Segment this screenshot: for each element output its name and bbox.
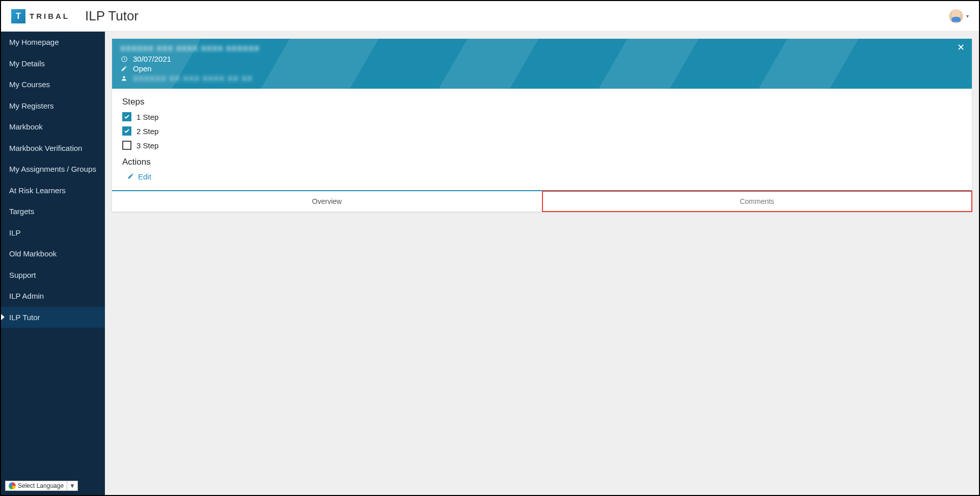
step-row: 1 Step [122, 112, 962, 121]
chevron-down-icon[interactable]: ▼ [67, 481, 77, 490]
page-title: ILP Tutor [85, 8, 139, 24]
record-date: 30/07/2021 [133, 55, 171, 63]
sidebar-item-markbook[interactable]: Markbook [1, 116, 105, 138]
person-icon [120, 75, 128, 82]
step-row: 3 Step [122, 141, 962, 150]
step-row: 2 Step [122, 126, 962, 136]
user-avatar[interactable] [949, 9, 963, 23]
record-status: Open [133, 64, 152, 73]
step-3-checkbox[interactable] [122, 141, 131, 150]
sidebar-item-support[interactable]: Support [1, 265, 105, 286]
actions-heading: Actions [122, 157, 962, 167]
sidebar-item-my-registers[interactable]: My Registers [1, 95, 105, 117]
step-label: 3 Step [137, 141, 158, 150]
brand-name: TRIBAL [30, 12, 70, 20]
step-label: 1 Step [137, 113, 158, 121]
google-translate-icon [9, 482, 16, 489]
record-header: ✕ XXXXXX XXX XXXX XXXX XXXXXX 30/07/2021… [112, 39, 972, 89]
pencil-icon [127, 173, 134, 181]
step-label: 2 Step [137, 127, 158, 136]
sidebar-item-at-risk-learners[interactable]: At Risk Learners [1, 180, 105, 201]
sidebar-item-ilp[interactable]: ILP [1, 222, 105, 244]
main-content: ✕ XXXXXX XXX XXXX XXXX XXXXXX 30/07/2021… [105, 32, 979, 495]
sidebar-item-old-markbook[interactable]: Old Markbook [1, 243, 105, 265]
pencil-icon [120, 65, 128, 72]
record-card: ✕ XXXXXX XXX XXXX XXXX XXXXXX 30/07/2021… [112, 39, 972, 212]
sidebar-item-markbook-verification[interactable]: Markbook Verification [1, 138, 105, 159]
sidebar: My Homepage My Details My Courses My Reg… [1, 32, 105, 495]
chevron-down-icon[interactable]: ▾ [966, 13, 969, 19]
tab-overview[interactable]: Overview [112, 191, 542, 212]
svg-point-1 [123, 76, 125, 78]
tab-comments[interactable]: Comments [542, 191, 972, 212]
step-2-checkbox[interactable] [122, 126, 131, 136]
sidebar-item-my-homepage[interactable]: My Homepage [1, 32, 105, 53]
sidebar-item-ilp-tutor[interactable]: ILP Tutor [1, 307, 105, 328]
steps-heading: Steps [122, 97, 962, 107]
sidebar-item-ilp-admin[interactable]: ILP Admin [1, 285, 105, 307]
edit-link[interactable]: Edit [138, 172, 151, 181]
sidebar-item-my-courses[interactable]: My Courses [1, 74, 105, 95]
sidebar-item-targets[interactable]: Targets [1, 201, 105, 222]
brand-mark: T [11, 9, 25, 23]
language-selector-label: Select Language [18, 482, 64, 489]
record-person-redacted: XXXXXX XX XXX XXXX XX XX [133, 74, 253, 83]
sidebar-item-my-details[interactable]: My Details [1, 53, 105, 74]
sidebar-item-my-assignments[interactable]: My Assignments / Groups [1, 159, 105, 180]
top-header: T TRIBAL ILP Tutor ▾ [1, 1, 979, 32]
clock-icon [120, 56, 128, 63]
brand-logo[interactable]: T TRIBAL [11, 9, 70, 23]
tab-bar: Overview Comments [112, 190, 972, 212]
step-1-checkbox[interactable] [122, 112, 131, 121]
record-title-redacted: XXXXXX XXX XXXX XXXX XXXXXX [120, 44, 964, 53]
language-selector[interactable]: Select Language ▼ [5, 481, 78, 491]
